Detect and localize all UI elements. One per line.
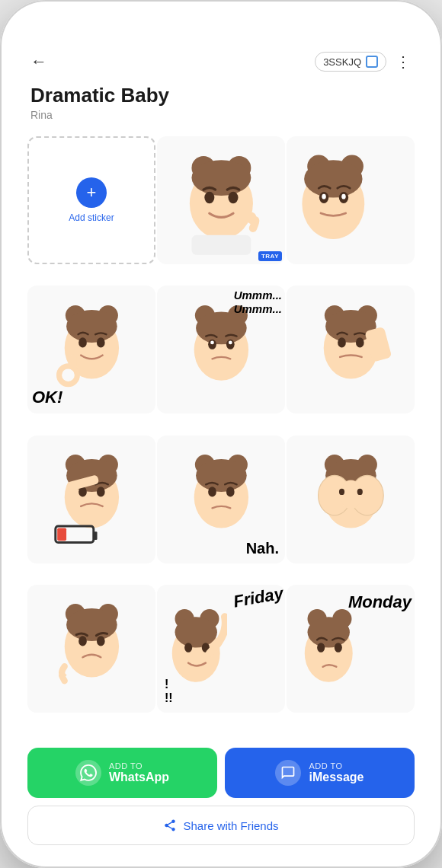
svg-point-3 [191,160,251,196]
sticker-cell-thumbsup[interactable]: TRAY [157,136,285,264]
share-button[interactable]: Share with Friends [27,806,415,845]
svg-point-19 [78,337,87,347]
add-sticker-label: Add sticker [69,212,114,223]
svg-point-78 [317,643,325,653]
nah-text: Nah. [246,540,279,557]
svg-point-13 [322,193,325,199]
sticker-cell-ok[interactable]: OK! [27,286,155,413]
primary-actions: ADD TO WhatsApp ADD TO iMessage [27,748,415,798]
ok-text: OK! [32,388,62,407]
svg-point-50 [196,459,247,492]
sticker-cell-thumbsdown[interactable] [27,585,155,713]
svg-point-18 [66,310,117,343]
imessage-small-text: ADD TO [309,761,342,771]
pack-author: Rina [30,109,412,121]
svg-point-72 [184,643,192,653]
svg-point-4 [204,191,214,203]
share-label: Share with Friends [183,819,278,832]
svg-point-25 [196,311,247,344]
svg-point-71 [175,617,217,647]
whatsapp-large-text: WhatsApp [109,771,169,784]
svg-rect-6 [191,235,251,255]
pack-title: Dramatic Baby [30,84,412,107]
add-sticker-cell[interactable]: + Add sticker [27,136,155,264]
svg-point-79 [335,643,342,653]
sticker-cell-battery[interactable] [27,436,155,563]
svg-rect-45 [57,528,66,541]
whatsapp-btn-text: ADD TO WhatsApp [109,761,169,784]
svg-point-20 [97,337,105,347]
bottom-actions: ADD TO WhatsApp ADD TO iMessage [15,739,427,853]
svg-rect-46 [93,531,97,540]
copy-icon [366,56,378,68]
svg-point-42 [97,487,105,497]
friday-exclam: !!! [165,678,173,705]
more-button[interactable]: ⋮ [396,54,412,69]
code-badge[interactable]: 3SSKJQ [315,52,386,72]
header: ← 3SSKJQ ⋮ [15,46,427,81]
svg-point-66 [78,637,87,646]
svg-point-10 [304,160,362,197]
phone-shell: ← 3SSKJQ ⋮ Dramatic Baby Rina + Add stic… [0,0,442,868]
svg-point-5 [228,191,238,203]
svg-point-52 [226,487,235,497]
svg-point-51 [208,487,216,497]
sticker-cell-exclaim[interactable]: ‼‼‼ [287,136,415,264]
whatsapp-icon [75,760,101,786]
status-bar [15,15,427,46]
svg-point-60 [339,489,344,495]
svg-point-65 [66,608,117,641]
share-icon [163,819,177,832]
svg-point-35 [356,337,364,347]
whatsapp-button[interactable]: ADD TO WhatsApp [27,748,217,798]
svg-point-59 [340,480,362,509]
imessage-btn-text: ADD TO iMessage [309,761,364,784]
sticker-grid: + Add sticker [15,133,427,739]
monday-text: Monday [348,592,412,612]
code-text: 3SSKJQ [323,56,361,68]
title-section: Dramatic Baby Rina [15,81,427,133]
imessage-button[interactable]: ADD TO iMessage [225,748,415,798]
svg-point-67 [97,637,105,646]
svg-point-61 [357,489,362,495]
svg-point-14 [341,193,345,199]
imessage-large-text: iMessage [309,771,364,784]
back-button[interactable]: ← [30,53,47,70]
whatsapp-small-text: ADD TO [109,761,143,771]
sticker-cell-monday[interactable]: Monday [287,585,415,713]
sticker-cell-friday[interactable]: Friday !!! [157,585,285,713]
phone-inner: ← 3SSKJQ ⋮ Dramatic Baby Rina + Add stic… [15,15,427,853]
sticker-cell-ummm[interactable]: Ummm...Ummm... [157,286,285,413]
svg-point-34 [338,337,346,347]
header-right: 3SSKJQ ⋮ [315,52,412,72]
ummm-text: Ummm...Ummm... [234,289,282,316]
svg-point-29 [229,340,232,344]
friday-text: Friday [232,585,285,612]
sticker-cell-hide[interactable] [287,436,415,563]
svg-point-77 [308,617,350,647]
sticker-cell-stop[interactable] [287,286,415,413]
add-sticker-icon: + [76,177,107,208]
svg-point-28 [210,340,214,344]
sticker-cell-nah[interactable]: Nah. [157,436,285,563]
imessage-icon [275,760,301,786]
tray-badge: TRAY [258,251,282,261]
